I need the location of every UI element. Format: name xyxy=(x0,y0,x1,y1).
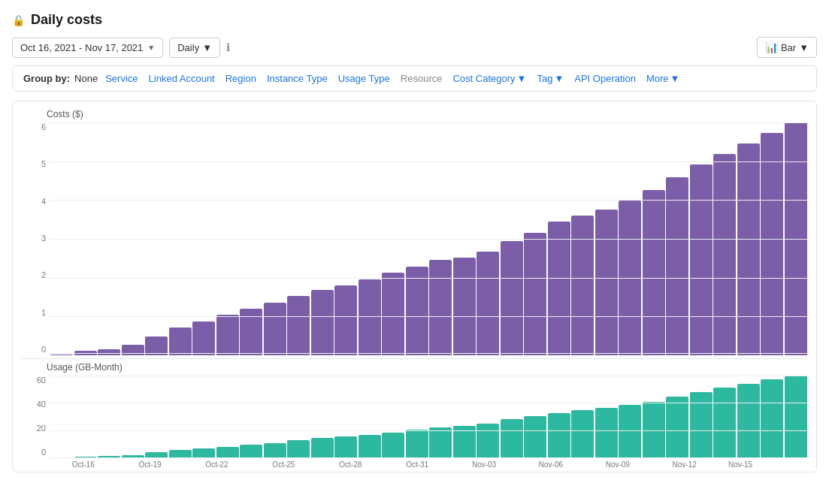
date-chevron-icon: ▼ xyxy=(147,44,155,52)
cost-bar xyxy=(429,260,452,355)
usage-bar xyxy=(785,376,807,458)
cost-bar xyxy=(240,309,262,355)
group-by-instance-type[interactable]: Instance Type xyxy=(264,71,331,86)
granularity-selector[interactable]: Daily ▼ xyxy=(169,38,220,58)
x-axis-labels: Oct-16Oct-19Oct-22Oct-25Oct-28Oct-31Nov-… xyxy=(20,460,809,469)
usage-chart: Usage (GB-Month) 60 40 20 0 xyxy=(20,362,809,458)
group-by-service[interactable]: Service xyxy=(102,71,141,86)
cost-bar xyxy=(713,154,736,355)
cost-bar xyxy=(548,222,570,355)
cost-bar xyxy=(192,321,215,355)
title-row: 🔒 Daily costs xyxy=(12,12,817,28)
cost-bar xyxy=(595,210,618,355)
cost-bar xyxy=(643,190,665,355)
usage-bar xyxy=(359,435,381,458)
more-chevron-icon: ▼ xyxy=(670,73,680,84)
usage-bar xyxy=(240,445,262,458)
cost-bar xyxy=(311,290,334,355)
usage-bars-container xyxy=(49,376,809,458)
cost-chart-label: Costs ($) xyxy=(20,109,809,119)
usage-y-tick-40: 40 xyxy=(37,400,46,409)
bar-chart-icon: 📊 xyxy=(765,41,778,53)
cost-bar xyxy=(50,355,73,355)
usage-bar xyxy=(666,397,688,458)
y-tick-2: 2 xyxy=(41,270,46,279)
cost-bar xyxy=(571,216,594,355)
group-by-usage-type[interactable]: Usage Type xyxy=(335,71,393,86)
x-label: Oct-31 xyxy=(384,460,449,469)
usage-bar xyxy=(334,436,357,458)
group-by-more[interactable]: More ▼ xyxy=(643,71,683,86)
usage-bar xyxy=(548,413,570,458)
date-range-selector[interactable]: Oct 16, 2021 - Nov 17, 2021 ▼ xyxy=(12,38,163,58)
usage-bar xyxy=(287,440,310,458)
usage-bar xyxy=(524,416,546,458)
x-label: Nov-12 xyxy=(652,460,717,469)
cost-bar xyxy=(761,133,783,355)
cost-bar xyxy=(287,296,310,355)
main-container: 🔒 Daily costs Oct 16, 2021 - Nov 17, 202… xyxy=(0,0,829,484)
cost-chart: Costs ($) 6 5 4 3 2 1 0 xyxy=(20,109,809,355)
y-tick-6: 6 xyxy=(41,122,46,131)
page-title: Daily costs xyxy=(31,12,102,28)
usage-bar xyxy=(713,388,736,458)
usage-bar xyxy=(216,447,239,458)
group-by-cost-category[interactable]: Cost Category ▼ xyxy=(449,71,529,86)
cost-bar xyxy=(382,273,404,355)
usage-bar xyxy=(571,410,594,458)
usage-bar xyxy=(690,392,713,458)
cost-bar xyxy=(453,258,476,355)
cost-bar xyxy=(501,241,523,355)
usage-y-tick-0: 0 xyxy=(41,448,46,457)
lock-icon: 🔒 xyxy=(12,14,25,26)
group-by-region[interactable]: Region xyxy=(222,71,259,86)
chart-type-chevron-icon: ▼ xyxy=(799,42,809,53)
granularity-value: Daily xyxy=(177,42,199,53)
usage-bar xyxy=(737,384,760,458)
x-label: Oct-19 xyxy=(117,460,183,469)
granularity-chevron-icon: ▼ xyxy=(202,42,212,53)
controls-row: Oct 16, 2021 - Nov 17, 2021 ▼ Daily ▼ ℹ … xyxy=(12,37,817,58)
x-label: Oct-16 xyxy=(50,460,116,469)
group-by-api-operation[interactable]: API Operation xyxy=(571,71,639,86)
group-by-linked-account[interactable]: Linked Account xyxy=(146,71,218,86)
y-tick-3: 3 xyxy=(41,234,46,243)
y-tick-5: 5 xyxy=(41,159,46,168)
cost-bar xyxy=(477,252,499,355)
group-by-tag[interactable]: Tag ▼ xyxy=(534,71,567,86)
y-tick-4: 4 xyxy=(41,197,46,206)
x-label: Nov-06 xyxy=(518,460,583,469)
usage-bar xyxy=(501,419,523,458)
usage-y-tick-60: 60 xyxy=(37,376,46,385)
info-icon[interactable]: ℹ xyxy=(226,41,230,53)
chart-area: Costs ($) 6 5 4 3 2 1 0 xyxy=(12,101,817,472)
chart-type-selector[interactable]: 📊 Bar ▼ xyxy=(757,37,817,58)
chart-type-value: Bar xyxy=(781,42,796,53)
usage-bar xyxy=(429,427,452,458)
tag-chevron-icon: ▼ xyxy=(554,73,564,84)
cost-bar xyxy=(169,327,192,355)
usage-bar xyxy=(595,408,618,458)
x-label: Oct-22 xyxy=(184,460,250,469)
usage-chart-label: Usage (GB-Month) xyxy=(20,362,809,373)
usage-bar xyxy=(264,443,286,458)
cost-bar xyxy=(264,303,286,355)
cost-bar xyxy=(98,349,120,355)
y-tick-1: 1 xyxy=(41,308,46,317)
usage-bar xyxy=(619,405,641,458)
date-range-value: Oct 16, 2021 - Nov 17, 2021 xyxy=(20,42,143,53)
group-by-none: None xyxy=(74,73,98,84)
group-by-resource: Resource xyxy=(398,71,446,86)
usage-bar xyxy=(761,379,783,458)
usage-bar xyxy=(406,430,428,458)
usage-y-tick-20: 20 xyxy=(37,424,46,433)
cost-bar xyxy=(334,285,357,355)
cost-bar xyxy=(216,315,239,355)
group-by-label: Group by: xyxy=(23,73,70,84)
x-label: Oct-25 xyxy=(251,460,316,469)
cost-bar xyxy=(406,267,428,355)
group-by-row: Group by: None Service Linked Account Re… xyxy=(12,65,817,92)
cost-bar xyxy=(666,177,688,355)
y-tick-0: 0 xyxy=(41,345,46,354)
cost-bar xyxy=(524,233,546,355)
